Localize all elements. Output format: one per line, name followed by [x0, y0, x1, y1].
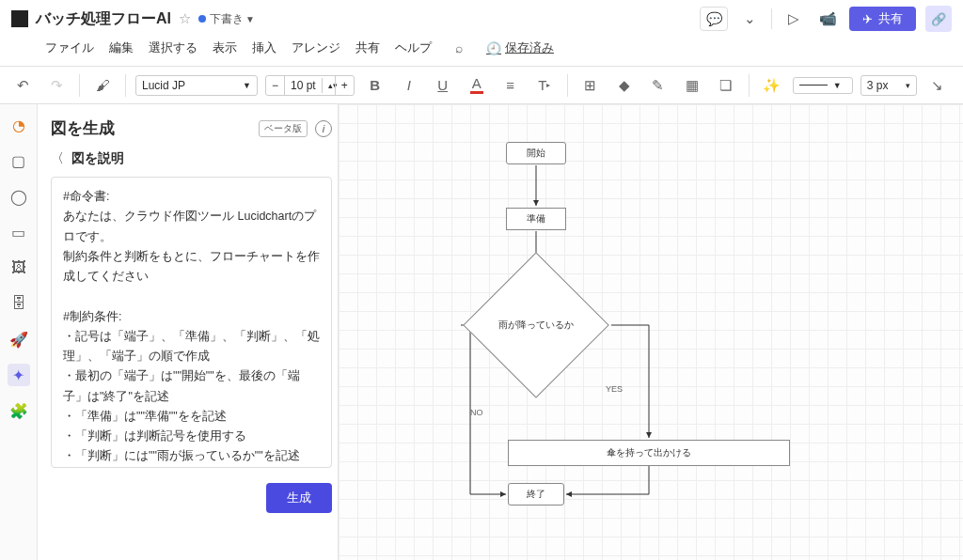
- flow-label-no: NO: [470, 408, 483, 417]
- font-family-select[interactable]: Lucid JP ▼: [135, 75, 258, 96]
- text-color-button[interactable]: A: [464, 72, 490, 99]
- line-width-select[interactable]: 3 px ▾: [860, 75, 917, 96]
- rocket-icon[interactable]: 🚀: [8, 328, 30, 350]
- chevron-down-icon: ▼: [243, 81, 251, 90]
- container-icon[interactable]: ▭: [8, 221, 30, 243]
- shapes-icon[interactable]: ◯: [8, 185, 30, 208]
- beta-badge: ベータ版: [259, 120, 308, 137]
- back-button[interactable]: 〈: [51, 150, 64, 167]
- menu-arrange[interactable]: アレンジ: [292, 39, 340, 56]
- divider: [771, 8, 772, 29]
- menu-insert[interactable]: 挿入: [252, 39, 276, 56]
- line-end-button[interactable]: ↘: [924, 72, 951, 99]
- magic-button[interactable]: ✨: [759, 72, 785, 99]
- link-button[interactable]: 🔗: [925, 6, 952, 32]
- plugin-icon[interactable]: 🧩: [8, 399, 30, 422]
- bold-button[interactable]: B: [362, 72, 388, 99]
- chevron-down-icon: ▾: [906, 81, 910, 90]
- app-logo: [11, 10, 28, 27]
- format-painter-button[interactable]: 🖌: [89, 72, 116, 99]
- undo-button[interactable]: ↶: [9, 72, 36, 99]
- chevron-down-icon[interactable]: ⌄: [737, 7, 762, 31]
- text-format-button[interactable]: T▸: [531, 72, 558, 99]
- panel-subtitle: 図を説明: [71, 150, 124, 167]
- draft-status[interactable]: 下書き ▼: [198, 11, 255, 27]
- divider: [567, 74, 568, 97]
- draft-dot-icon: [198, 15, 206, 23]
- flow-node-process[interactable]: 傘を持って出かける: [508, 440, 790, 466]
- prompt-textarea[interactable]: #命令書: あなたは、クラウド作図ツール Lucidchartのプロです。 制約…: [51, 177, 332, 468]
- sparkle-icon[interactable]: ✦: [8, 364, 30, 386]
- star-icon[interactable]: ☆: [179, 10, 191, 27]
- line-icon: [799, 85, 828, 86]
- shape-style-button[interactable]: ❏: [713, 72, 739, 99]
- video-icon[interactable]: 📹: [815, 7, 840, 31]
- align-button[interactable]: ≡: [497, 72, 524, 99]
- data-icon[interactable]: 🗄: [8, 292, 30, 315]
- layout-icon[interactable]: ▢: [8, 149, 30, 172]
- save-status[interactable]: 🕘 保存済み: [486, 39, 554, 56]
- line-style-select[interactable]: ▼: [793, 77, 853, 94]
- generate-panel: 図を生成 ベータ版 i 〈 図を説明 #命令書: あなたは、クラウド作図ツール …: [38, 104, 339, 560]
- share-button[interactable]: ✈ 共有: [849, 7, 916, 31]
- clock-icon: 🕘: [486, 41, 501, 55]
- flow-node-start[interactable]: 開始: [506, 142, 566, 164]
- info-icon[interactable]: i: [315, 120, 332, 137]
- divider: [125, 74, 126, 97]
- chevron-down-icon: ▼: [245, 14, 255, 24]
- flow-node-end[interactable]: 終了: [508, 483, 564, 506]
- menu-help[interactable]: ヘルプ: [395, 39, 432, 56]
- send-icon: ✈: [862, 12, 873, 26]
- document-title[interactable]: バッチ処理フローAI: [36, 9, 171, 29]
- panel-title: 図を生成: [51, 117, 115, 139]
- font-size-input[interactable]: − 10 pt ▴▾ +: [265, 75, 355, 96]
- menu-view[interactable]: 表示: [213, 39, 237, 56]
- flow-node-decision[interactable]: 雨が降っているか: [463, 252, 609, 398]
- menu-select[interactable]: 選択する: [149, 39, 197, 56]
- search-icon[interactable]: ⌕: [447, 36, 471, 60]
- menu-share[interactable]: 共有: [355, 39, 380, 56]
- generate-button[interactable]: 生成: [266, 483, 332, 513]
- fill-color-button[interactable]: ◆: [611, 72, 638, 99]
- redo-button[interactable]: ↷: [43, 72, 70, 99]
- flow-node-prep[interactable]: 準備: [506, 208, 566, 230]
- present-icon[interactable]: ▷: [781, 7, 806, 31]
- underline-button[interactable]: U: [430, 72, 456, 99]
- left-rail: ◔ ▢ ◯ ▭ 🖼 🗄 🚀 ✦ 🧩: [0, 104, 38, 560]
- divider: [749, 74, 750, 97]
- table-button[interactable]: ▦: [679, 72, 705, 99]
- highlight-button[interactable]: ✎: [645, 72, 671, 99]
- menu-edit[interactable]: 編集: [109, 39, 134, 56]
- image-icon[interactable]: 🖼: [8, 257, 30, 279]
- toolbar: ↶ ↷ 🖌 Lucid JP ▼ − 10 pt ▴▾ + B I U A ≡ …: [0, 67, 963, 104]
- divider: [79, 74, 80, 97]
- comment-button[interactable]: 💬: [700, 7, 728, 31]
- flow-arrows: [339, 104, 963, 560]
- italic-button[interactable]: I: [396, 72, 422, 99]
- add-shape-button[interactable]: ⊞: [577, 72, 604, 99]
- ai-logo-icon[interactable]: ◔: [8, 114, 30, 136]
- chevron-down-icon: ▼: [833, 81, 842, 90]
- flow-label-yes: YES: [606, 384, 623, 394]
- canvas[interactable]: 開始 準備 雨が降っているか 傘を持って出かける 終了 YES NO: [339, 104, 963, 560]
- menu-file[interactable]: ファイル: [45, 39, 94, 56]
